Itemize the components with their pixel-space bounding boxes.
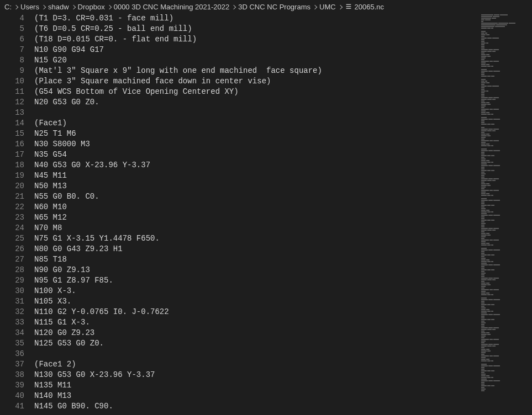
minimap-line xyxy=(481,360,530,361)
chevron-right-icon xyxy=(339,3,342,11)
code-line[interactable]: N60 M10 xyxy=(34,202,479,212)
minimap-line xyxy=(481,377,530,378)
minimap-line xyxy=(481,384,530,385)
code-line[interactable]: N25 T1 M6 xyxy=(34,129,479,139)
code-line[interactable] xyxy=(34,108,479,118)
line-number: 20 xyxy=(0,181,24,191)
minimap-line xyxy=(481,157,530,158)
code-line[interactable]: N145 G0 B90. C90. xyxy=(34,401,479,412)
minimap-line xyxy=(481,173,530,174)
minimap-line xyxy=(481,334,530,335)
minimap-line xyxy=(481,51,530,52)
chevron-right-icon xyxy=(42,3,45,11)
minimap-line xyxy=(481,385,530,386)
code-line[interactable]: N35 G54 xyxy=(34,150,479,160)
minimap-line xyxy=(481,206,530,208)
minimap-line xyxy=(481,263,530,264)
breadcrumb-segment[interactable]: C: xyxy=(4,3,12,11)
code-line[interactable]: N65 M12 xyxy=(34,212,479,223)
code-line[interactable]: N115 G1 X-3. xyxy=(34,317,479,328)
minimap-line xyxy=(481,367,530,368)
minimap-line xyxy=(481,312,530,313)
breadcrumb-segment[interactable]: 0000 3D CNC Machining 2021-2022 xyxy=(114,3,230,11)
code-line[interactable]: N105 X3. xyxy=(34,296,479,307)
minimap-line xyxy=(481,155,530,156)
code-line[interactable]: (G54 WCS Bottom of Vice Opening Centered… xyxy=(34,87,479,97)
line-number: 13 xyxy=(0,108,24,118)
minimap-line xyxy=(481,284,530,285)
minimap-line xyxy=(481,390,530,391)
minimap[interactable] xyxy=(479,13,532,415)
minimap-line xyxy=(481,139,530,140)
minimap-line xyxy=(481,89,530,90)
minimap-line xyxy=(481,240,530,241)
code-line[interactable] xyxy=(34,349,479,359)
minimap-line xyxy=(481,183,530,184)
minimap-line xyxy=(481,299,530,300)
code-line[interactable]: (T1 D=3. CR=0.031 - face mill) xyxy=(34,13,479,24)
minimap-line xyxy=(481,165,530,166)
minimap-line xyxy=(481,266,530,267)
svg-rect-0 xyxy=(346,4,351,5)
minimap-line xyxy=(481,342,530,343)
code-line[interactable]: (T6 D=0.5 CR=0.25 - ball end mill) xyxy=(34,24,479,34)
minimap-line xyxy=(481,365,530,366)
code-line[interactable]: (T18 D=0.015 CR=0. - flat end mill) xyxy=(34,34,479,45)
code-editor[interactable]: 4567891011121314151617181920212223242526… xyxy=(0,13,479,415)
code-line[interactable]: N75 G1 X-3.15 Y1.4478 F650. xyxy=(34,233,479,244)
code-line[interactable]: (Face1 2) xyxy=(34,359,479,370)
line-number: 6 xyxy=(0,34,24,45)
minimap-line xyxy=(481,201,530,203)
minimap-line xyxy=(481,289,530,290)
code-line[interactable]: N90 G0 Z9.13 xyxy=(34,265,479,275)
minimap-line xyxy=(481,187,530,188)
code-line[interactable]: N130 G53 G0 X-23.96 Y-3.37 xyxy=(34,370,479,380)
minimap-line xyxy=(481,349,530,350)
code-line[interactable]: (Face1) xyxy=(34,118,479,129)
code-line[interactable]: N85 T18 xyxy=(34,254,479,265)
code-line[interactable]: N30 S8000 M3 xyxy=(34,139,479,150)
code-line[interactable]: N80 G0 G43 Z9.23 H1 xyxy=(34,244,479,254)
minimap-line xyxy=(481,286,530,287)
code-line[interactable]: N135 M11 xyxy=(34,380,479,391)
code-line[interactable]: N125 G53 G0 Z0. xyxy=(34,338,479,349)
breadcrumb-segment[interactable]: UMC xyxy=(319,3,336,11)
minimap-line xyxy=(481,268,530,269)
code-line[interactable]: N20 G53 G0 Z0. xyxy=(34,97,479,108)
code-line[interactable]: N50 M13 xyxy=(34,181,479,191)
minimap-line xyxy=(481,274,530,275)
code-line[interactable]: N95 G1 Z8.97 F85. xyxy=(34,275,479,286)
minimap-line xyxy=(481,84,530,85)
code-line[interactable]: (Place 3" Square machined face down in c… xyxy=(34,76,479,87)
code-line[interactable]: N40 G53 G0 X-23.96 Y-3.37 xyxy=(34,160,479,171)
code-line[interactable]: N55 G0 B0. C0. xyxy=(34,191,479,202)
breadcrumb-file[interactable]: 20065.nc xyxy=(355,3,384,11)
minimap-line xyxy=(481,49,530,50)
minimap-line xyxy=(481,56,530,57)
code-line[interactable]: N100 X-3. xyxy=(34,286,479,296)
code-line[interactable]: (Mat'l 3" Square x 9" long with one end … xyxy=(34,66,479,76)
minimap-line xyxy=(481,279,530,280)
line-number: 30 xyxy=(0,286,24,296)
minimap-line xyxy=(481,185,530,186)
code-line[interactable]: N140 M13 xyxy=(34,391,479,401)
line-number: 8 xyxy=(0,55,24,66)
minimap-line xyxy=(481,105,530,107)
minimap-line xyxy=(481,306,530,307)
code-line[interactable]: N110 G2 Y-0.0765 I0. J-0.7622 xyxy=(34,307,479,317)
line-number: 17 xyxy=(0,150,24,160)
breadcrumb-segment[interactable]: Users xyxy=(20,3,39,11)
code-line[interactable]: N10 G90 G94 G17 xyxy=(34,45,479,55)
minimap-line xyxy=(481,175,530,176)
breadcrumb-segment[interactable]: 3D CNC NC Programs xyxy=(238,3,310,11)
minimap-line xyxy=(481,188,530,189)
code-line[interactable]: N45 M11 xyxy=(34,171,479,181)
code-line[interactable]: N120 G0 Z9.23 xyxy=(34,328,479,338)
code-line[interactable]: N70 M8 xyxy=(34,223,479,233)
code-line[interactable]: N15 G20 xyxy=(34,55,479,66)
breadcrumb-segment[interactable]: shadw xyxy=(48,3,69,11)
code-content[interactable]: (T1 D=3. CR=0.031 - face mill)(T6 D=0.5 … xyxy=(34,13,479,415)
minimap-line xyxy=(481,95,530,97)
breadcrumb-segment[interactable]: Dropbox xyxy=(78,3,105,11)
minimap-line xyxy=(481,231,530,232)
